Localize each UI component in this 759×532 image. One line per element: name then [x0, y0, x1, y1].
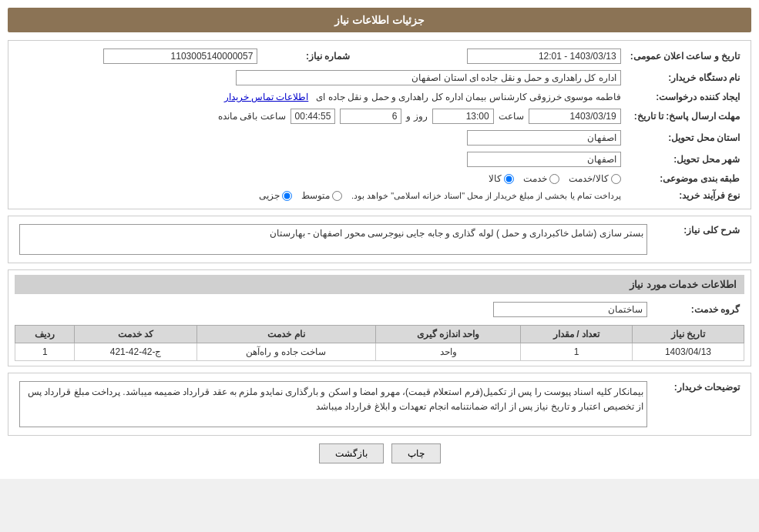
- print-button[interactable]: چاپ: [391, 443, 441, 463]
- radio-medium-label: متوسط: [301, 190, 330, 201]
- radio-item-service: خدمت: [523, 173, 559, 184]
- radio-goods-service[interactable]: [611, 174, 621, 184]
- description-value: بستر سازی (شامل خاکبرداری و حمل ) لوله گ…: [15, 221, 652, 258]
- deadline-label: مهلت ارسال پاسخ: تا تاریخ:: [626, 105, 744, 127]
- need-number-box: 1103005140000057: [103, 49, 257, 64]
- need-number-label: شماره نیاز:: [262, 45, 354, 67]
- announcement-value-box: 1403/03/13 - 12:01: [467, 49, 621, 64]
- announcement-value: 1403/03/13 - 12:01: [378, 45, 625, 67]
- province-value: اصفهان: [15, 127, 626, 149]
- table-row: استان محل تحویل: اصفهان: [15, 127, 744, 149]
- services-section: اطلاعات خدمات مورد نیاز گروه خدمت: ساختم…: [8, 269, 751, 366]
- category-label: طبقه بندی موضوعی:: [626, 170, 744, 187]
- radio-medium[interactable]: [332, 191, 342, 201]
- purchase-type-value: پرداخت تمام یا بخشی از مبلغ خریدار از مح…: [15, 187, 626, 204]
- city-label: شهر محل تحویل:: [626, 149, 744, 170]
- buyer-org-label: نام دستگاه خریدار:: [626, 67, 744, 89]
- radio-item-partial: جزیی: [259, 190, 292, 201]
- buyer-notes-value: بیمانکار کلیه اسناد پیوست را پس از تکمیل…: [15, 378, 652, 430]
- requester-label: ایجاد کننده درخواست:: [626, 89, 744, 105]
- purchase-type-label: نوع فرآیند خرید:: [626, 187, 744, 204]
- radio-goods[interactable]: [504, 174, 514, 184]
- page-title: جزئیات اطلاعات نیاز: [334, 14, 425, 26]
- table-row: 1403/04/13 1 واحد ساخت جاده و راه‌آهن ج-…: [15, 343, 744, 361]
- table-row: نام دستگاه خریدار: اداره کل راهداری و حم…: [15, 67, 744, 89]
- info-table: تاریخ و ساعت اعلان عمومی: 1403/03/13 - 1…: [15, 45, 744, 204]
- service-group-box: ساختمان: [493, 302, 647, 317]
- announcement-label: تاریخ و ساعت اعلان عمومی:: [626, 45, 744, 67]
- cell-service-name: ساخت جاده و راه‌آهن: [196, 343, 375, 361]
- services-data-table: تاریخ نیاز تعداد / مقدار واحد اندازه گیر…: [15, 325, 744, 361]
- service-group-value: ساختمان: [15, 299, 652, 320]
- service-group-label: گروه خدمت:: [652, 299, 744, 320]
- table-row: تاریخ و ساعت اعلان عمومی: 1403/03/13 - 1…: [15, 45, 744, 67]
- back-button[interactable]: بازگشت: [319, 443, 384, 463]
- contact-link[interactable]: اطلاعات تماس خریدار: [224, 92, 309, 102]
- radio-goods-service-label: کالا/خدمت: [569, 173, 608, 184]
- deadline-remaining-label: ساعت باقی مانده: [218, 111, 286, 122]
- description-label: شرح کلی نیاز:: [652, 221, 744, 258]
- col-service-code: کد خدمت: [75, 326, 196, 343]
- category-value: کالا/خدمت خدمت کالا: [15, 170, 626, 187]
- table-row: شرح کلی نیاز: بستر سازی (شامل خاکبرداری …: [15, 221, 744, 258]
- description-table: شرح کلی نیاز: بستر سازی (شامل خاکبرداری …: [15, 221, 744, 258]
- table-row: شهر محل تحویل: اصفهان: [15, 149, 744, 170]
- buyer-notes-label: توضیحات خریدار:: [652, 378, 744, 430]
- province-box: اصفهان: [467, 130, 621, 146]
- radio-item-medium: متوسط: [301, 190, 342, 201]
- requester-text: فاطمه موسوی خرزوقی کارشناس بیمان اداره ک…: [316, 92, 620, 102]
- col-unit: واحد اندازه گیری: [376, 326, 521, 343]
- page-header: جزئیات اطلاعات نیاز: [8, 8, 751, 32]
- radio-item-goods: کالا: [489, 173, 514, 184]
- need-number-value: 1103005140000057: [15, 45, 262, 67]
- deadline-remaining-box: 00:44:55: [291, 109, 336, 124]
- purchase-radio-group: پرداخت تمام یا بخشی از مبلغ خریدار از مح…: [19, 190, 621, 201]
- radio-goods-label: کالا: [489, 173, 502, 184]
- table-row: توضیحات خریدار: بیمانکار کلیه اسناد پیوس…: [15, 378, 744, 430]
- deadline-time-label: ساعت: [499, 111, 524, 122]
- services-section-title: اطلاعات خدمات مورد نیاز: [15, 275, 744, 294]
- main-info-section: تاریخ و ساعت اعلان عمومی: 1403/03/13 - 1…: [8, 40, 751, 209]
- deadline-days-label: روز و: [406, 111, 427, 122]
- notes-table: توضیحات خریدار: بیمانکار کلیه اسناد پیوس…: [15, 378, 744, 430]
- col-service-name: نام خدمت: [196, 326, 375, 343]
- deadline-row: 1403/03/19 ساعت 13:00 روز و 6 00:44:55 س…: [15, 105, 626, 127]
- purchase-note: پرداخت تمام یا بخشی از مبلغ خریدار از مح…: [351, 191, 621, 201]
- cell-quantity: 1: [521, 343, 633, 361]
- service-group-table: گروه خدمت: ساختمان: [15, 299, 744, 320]
- description-box: بستر سازی (شامل خاکبرداری و حمل ) لوله گ…: [19, 224, 647, 255]
- table-row: طبقه بندی موضوعی: کالا/خدمت خدمت: [15, 170, 744, 187]
- table-row: گروه خدمت: ساختمان: [15, 299, 744, 320]
- description-section: شرح کلی نیاز: بستر سازی (شامل خاکبرداری …: [8, 216, 751, 263]
- table-header-row: تاریخ نیاز تعداد / مقدار واحد اندازه گیر…: [15, 326, 744, 343]
- city-value: اصفهان: [15, 149, 626, 170]
- cell-service-code: ج-42-42-421: [75, 343, 196, 361]
- table-row: ایجاد کننده درخواست: فاطمه موسوی خرزوقی …: [15, 89, 744, 105]
- col-quantity: تعداد / مقدار: [521, 326, 633, 343]
- radio-item-goods-service: کالا/خدمت: [569, 173, 620, 184]
- category-radio-group: کالا/خدمت خدمت کالا: [19, 173, 621, 184]
- cell-unit: واحد: [376, 343, 521, 361]
- deadline-time-box: 13:00: [432, 109, 494, 124]
- radio-service[interactable]: [549, 174, 559, 184]
- col-need-date: تاریخ نیاز: [632, 326, 744, 343]
- radio-partial-label: جزیی: [259, 190, 280, 201]
- cell-need-date: 1403/04/13: [632, 343, 744, 361]
- province-label: استان محل تحویل:: [626, 127, 744, 149]
- table-row: مهلت ارسال پاسخ: تا تاریخ: 1403/03/19 سا…: [15, 105, 744, 127]
- radio-partial[interactable]: [282, 191, 292, 201]
- deadline-days-box: 6: [340, 109, 401, 124]
- radio-service-label: خدمت: [523, 173, 547, 184]
- table-row: نوع فرآیند خرید: پرداخت تمام یا بخشی از …: [15, 187, 744, 204]
- buyer-notes-box: بیمانکار کلیه اسناد پیوست را پس از تکمیل…: [19, 381, 647, 427]
- col-row-num: ردیف: [15, 326, 75, 343]
- cell-row-num: 1: [15, 343, 75, 361]
- buttons-row: چاپ بازگشت: [8, 443, 751, 471]
- requester-value: فاطمه موسوی خرزوقی کارشناس بیمان اداره ک…: [15, 89, 626, 105]
- buyer-org-box: اداره کل راهداری و حمل و نقل جاده ای است…: [236, 70, 621, 85]
- city-box: اصفهان: [467, 152, 621, 167]
- deadline-date-box: 1403/03/19: [529, 109, 621, 124]
- buyer-notes-section: توضیحات خریدار: بیمانکار کلیه اسناد پیوس…: [8, 373, 751, 436]
- buyer-org-value: اداره کل راهداری و حمل و نقل جاده ای است…: [15, 67, 626, 89]
